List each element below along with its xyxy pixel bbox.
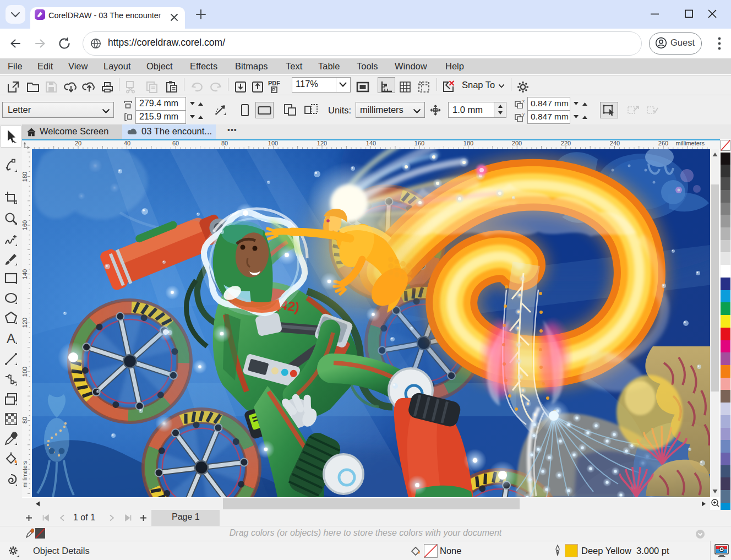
svg-text:180: 180	[463, 140, 473, 146]
svg-text:millimeters: millimeters	[22, 461, 28, 487]
svg-text:20: 20	[75, 140, 81, 146]
svg-text:80: 80	[22, 417, 28, 423]
svg-text:A: A	[7, 331, 15, 345]
svg-text:220: 220	[561, 140, 571, 146]
svg-text:200: 200	[512, 140, 522, 146]
svg-text:PDF: PDF	[268, 80, 280, 86]
svg-text:100: 100	[268, 140, 278, 146]
svg-text:180: 180	[22, 172, 28, 182]
svg-text:80: 80	[221, 140, 228, 146]
svg-text:100: 100	[22, 367, 28, 377]
svg-text:x: x	[522, 99, 525, 104]
svg-text:60: 60	[172, 140, 179, 146]
svg-text:120: 120	[22, 318, 28, 328]
svg-text:160: 160	[22, 220, 28, 230]
svg-text:40: 40	[124, 140, 130, 146]
svg-text:260: 260	[658, 140, 668, 146]
svg-text:140: 140	[22, 269, 28, 279]
svg-text:y: y	[522, 112, 525, 117]
svg-text:120: 120	[317, 140, 327, 146]
svg-text:millimeters: millimeters	[675, 140, 705, 146]
svg-text:160: 160	[414, 140, 424, 146]
svg-text:240: 240	[610, 140, 620, 146]
svg-text:140: 140	[366, 140, 376, 146]
